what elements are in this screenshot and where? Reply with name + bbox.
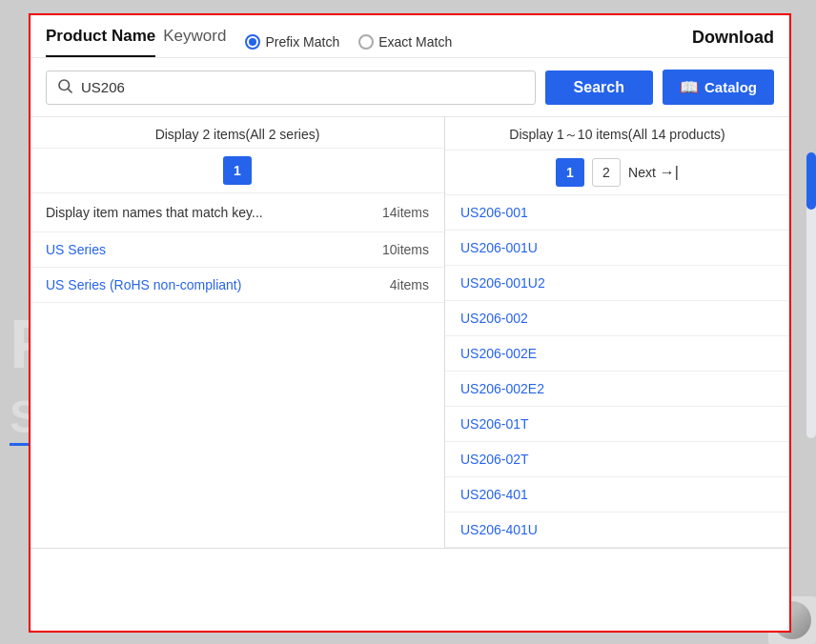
series-link-0[interactable]: US Series bbox=[46, 242, 106, 257]
radio-exact[interactable]: Exact Match bbox=[358, 34, 452, 50]
product-link-8[interactable]: US206-401 bbox=[460, 487, 528, 502]
series-header-row: Display item names that match key... 14i… bbox=[31, 193, 444, 232]
left-pagination-row: 1 bbox=[31, 149, 444, 193]
search-icon bbox=[56, 77, 73, 98]
next-label: Next bbox=[628, 165, 656, 180]
series-header-text: Display item names that match key... bbox=[46, 205, 263, 220]
product-link-1[interactable]: US206-001U bbox=[460, 240, 538, 255]
download-label: Download bbox=[692, 28, 774, 57]
catalog-icon: 📖 bbox=[680, 78, 699, 96]
right-page-1-button[interactable]: 1 bbox=[556, 158, 584, 187]
product-row-7: US206-02T bbox=[445, 442, 789, 477]
tab-keyword[interactable]: Keyword bbox=[163, 27, 226, 57]
radio-prefix-circle bbox=[245, 34, 260, 50]
series-row-0: US Series 10items bbox=[31, 232, 444, 268]
search-input-wrapper bbox=[46, 70, 536, 105]
radio-exact-label: Exact Match bbox=[378, 34, 452, 50]
left-page-1-button[interactable]: 1 bbox=[223, 156, 252, 185]
product-link-6[interactable]: US206-01T bbox=[460, 416, 529, 432]
series-count-1: 4items bbox=[390, 277, 429, 292]
right-panel: Display 1～10 items(All 14 products) 1 2 … bbox=[445, 117, 789, 548]
tab-product-name[interactable]: Product Name bbox=[46, 27, 155, 57]
header-row: Product Name Keyword Prefix Match Exact … bbox=[31, 15, 789, 58]
product-row-8: US206-401 bbox=[445, 477, 789, 513]
product-row-0: US206-001 bbox=[445, 195, 789, 231]
search-input[interactable] bbox=[81, 79, 525, 95]
radio-exact-circle bbox=[358, 34, 374, 50]
series-count-0: 10items bbox=[382, 242, 429, 257]
right-page-2-button[interactable]: 2 bbox=[592, 158, 621, 187]
catalog-button[interactable]: 📖 Catalog bbox=[663, 70, 774, 105]
right-panel-header: Display 1～10 items(All 14 products) bbox=[445, 117, 789, 151]
product-row-6: US206-01T bbox=[445, 407, 789, 442]
radio-prefix-label: Prefix Match bbox=[265, 34, 339, 50]
product-link-2[interactable]: US206-001U2 bbox=[460, 275, 545, 291]
series-link-1[interactable]: US Series (RoHS non-compliant) bbox=[46, 277, 241, 292]
catalog-label: Catalog bbox=[704, 79, 757, 95]
product-link-9[interactable]: US206-401U bbox=[460, 522, 538, 537]
radio-group: Prefix Match Exact Match bbox=[245, 34, 692, 50]
main-card: Product Name Keyword Prefix Match Exact … bbox=[29, 13, 791, 633]
product-link-7[interactable]: US206-02T bbox=[460, 452, 529, 467]
right-scrollbar-thumb[interactable] bbox=[806, 152, 816, 210]
product-row-9: US206-401U bbox=[445, 513, 789, 548]
next-button[interactable]: Next →| bbox=[628, 164, 679, 181]
product-row-4: US206-002E bbox=[445, 336, 789, 372]
search-button[interactable]: Search bbox=[545, 70, 653, 105]
product-link-5[interactable]: US206-002E2 bbox=[460, 381, 544, 396]
left-panel-header: Display 2 items(All 2 series) bbox=[31, 117, 444, 149]
radio-prefix[interactable]: Prefix Match bbox=[245, 34, 339, 50]
product-row-5: US206-002E2 bbox=[445, 372, 789, 407]
left-panel: Display 2 items(All 2 series) 1 Display … bbox=[31, 117, 445, 548]
results-area: Display 2 items(All 2 series) 1 Display … bbox=[31, 117, 789, 549]
svg-line-1 bbox=[68, 89, 71, 92]
product-link-0[interactable]: US206-001 bbox=[460, 205, 528, 220]
series-list: Display item names that match key... 14i… bbox=[31, 193, 444, 303]
svg-point-0 bbox=[59, 80, 70, 91]
product-link-3[interactable]: US206-002 bbox=[460, 311, 528, 326]
product-row-1: US206-001U bbox=[445, 231, 789, 266]
right-scrollbar[interactable] bbox=[806, 152, 816, 438]
product-row-3: US206-002 bbox=[445, 301, 789, 336]
product-row-2: US206-001U2 bbox=[445, 266, 789, 301]
search-row: Search 📖 Catalog bbox=[31, 58, 789, 117]
products-list: US206-001 US206-001U US206-001U2 US206-0… bbox=[445, 195, 789, 548]
product-link-4[interactable]: US206-002E bbox=[460, 346, 537, 361]
next-arrow-icon: →| bbox=[660, 164, 679, 181]
series-header-count: 14items bbox=[382, 205, 429, 220]
series-row-1: US Series (RoHS non-compliant) 4items bbox=[31, 268, 444, 303]
right-pagination-row: 1 2 Next →| bbox=[445, 151, 789, 195]
